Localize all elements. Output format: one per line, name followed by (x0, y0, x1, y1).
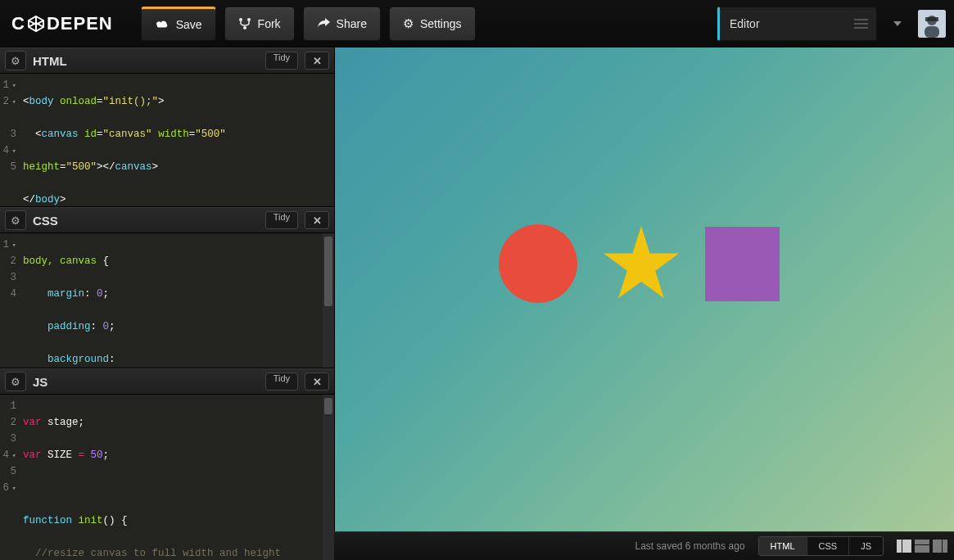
gutter-html: 1▾2▾34▾5 (0, 74, 21, 206)
tab-js[interactable]: JS (849, 537, 883, 555)
scrollbar-css[interactable] (323, 233, 334, 368)
close-pane-html[interactable]: ✕ (305, 52, 329, 70)
main-area: ⚙ HTML Tidy ✕ 1▾2▾34▾5 <body onload="ini… (0, 47, 954, 531)
menu-icon (854, 19, 868, 29)
tidy-js-button[interactable]: Tidy (265, 373, 298, 391)
pane-header-js: ⚙ JS Tidy ✕ (0, 368, 334, 395)
pane-js: ⚙ JS Tidy ✕ 1234▾56▾ var stage; var SIZE… (0, 368, 334, 560)
source-css[interactable]: body, canvas { margin: 0; padding: 0; ba… (21, 233, 334, 368)
tab-html[interactable]: HTML (759, 537, 807, 555)
save-button[interactable]: Save (141, 7, 216, 41)
save-status: Last saved 6 months ago (635, 540, 744, 552)
share-label: Share (337, 17, 367, 30)
preview-pane[interactable] (334, 47, 954, 531)
gear-icon: ⚙ (11, 376, 20, 388)
shape-square[interactable] (705, 227, 780, 301)
source-js[interactable]: var stage; var SIZE = 50; function init(… (21, 395, 334, 560)
shape-circle[interactable] (499, 224, 577, 303)
pane-html: ⚙ HTML Tidy ✕ 1▾2▾34▾5 <body onload="ini… (0, 47, 334, 207)
fork-label: Fork (258, 17, 281, 30)
svg-point-3 (239, 18, 242, 21)
gutter-css: 1▾234 (0, 233, 21, 368)
dropdown-arrow-icon[interactable] (893, 21, 902, 26)
save-label: Save (176, 18, 202, 31)
svg-rect-8 (925, 26, 939, 38)
layout-top[interactable] (915, 540, 929, 553)
fork-icon (238, 17, 251, 30)
layout-left[interactable] (897, 540, 911, 553)
codepen-logo[interactable]: CDEPEN (11, 13, 113, 34)
source-html[interactable]: <body onload="init();"> <canvas id="canv… (21, 74, 334, 206)
code-editor-html[interactable]: 1▾2▾34▾5 <body onload="init();"> <canvas… (0, 74, 334, 206)
gutter-js: 1234▾56▾ (0, 395, 21, 560)
user-avatar[interactable] (918, 10, 946, 38)
settings-label: Settings (420, 17, 462, 30)
view-mode-label: Editor (730, 17, 760, 30)
scrollbar-js[interactable] (323, 395, 334, 560)
pane-settings-html[interactable]: ⚙ (5, 51, 26, 70)
editor-column: ⚙ HTML Tidy ✕ 1▾2▾34▾5 <body onload="ini… (0, 47, 334, 531)
share-button[interactable]: Share (303, 7, 381, 41)
pane-title-html: HTML (33, 54, 67, 68)
code-editor-js[interactable]: 1234▾56▾ var stage; var SIZE = 50; funct… (0, 395, 334, 560)
top-bar: CDEPEN Save Fork Share ⚙ Settings Editor (0, 0, 954, 47)
view-mode-selector[interactable]: Editor (717, 7, 877, 41)
pane-title-js: JS (33, 375, 47, 389)
pane-title-css: CSS (33, 214, 58, 228)
close-pane-css[interactable]: ✕ (305, 211, 329, 229)
tidy-css-button[interactable]: Tidy (265, 211, 298, 229)
close-icon: ✕ (313, 376, 322, 388)
svg-marker-10 (604, 226, 679, 298)
share-icon (317, 18, 330, 29)
close-pane-js[interactable]: ✕ (305, 373, 329, 391)
svg-rect-9 (925, 17, 938, 21)
pane-css: ⚙ CSS Tidy ✕ 1▾234 body, canvas { margin… (0, 207, 334, 368)
gear-icon: ⚙ (11, 55, 20, 67)
gear-icon: ⚙ (11, 215, 20, 227)
svg-point-4 (247, 18, 251, 21)
pane-header-html: ⚙ HTML Tidy ✕ (0, 47, 334, 74)
close-icon: ✕ (313, 55, 322, 67)
svg-point-5 (243, 26, 246, 29)
layout-right[interactable] (933, 540, 947, 553)
code-editor-css[interactable]: 1▾234 body, canvas { margin: 0; padding:… (0, 233, 334, 368)
tidy-html-button[interactable]: Tidy (265, 52, 298, 70)
preview-shapes (499, 224, 780, 303)
layout-switcher (897, 540, 947, 553)
pane-settings-css[interactable]: ⚙ (5, 210, 26, 230)
cloud-icon (155, 19, 170, 30)
fork-button[interactable]: Fork (224, 7, 295, 41)
view-tabs: HTML CSS JS (758, 536, 884, 556)
gear-icon: ⚙ (403, 16, 414, 31)
pane-settings-js[interactable]: ⚙ (5, 372, 26, 391)
pane-header-css: ⚙ CSS Tidy ✕ (0, 207, 334, 233)
close-icon: ✕ (313, 215, 322, 227)
settings-button[interactable]: ⚙ Settings (389, 7, 476, 41)
shape-star[interactable] (602, 226, 680, 301)
tab-css[interactable]: CSS (807, 537, 850, 555)
